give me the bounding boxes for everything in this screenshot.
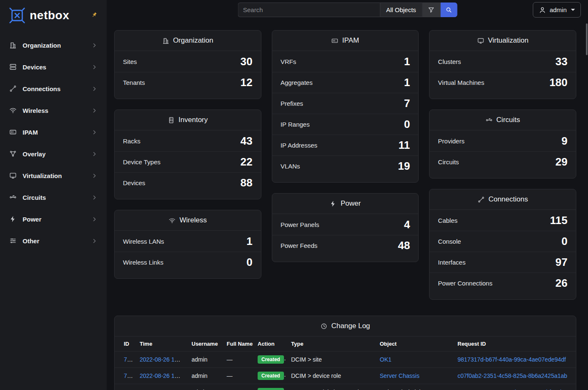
stat-label: Sites [123,58,137,65]
stat-row-vlans[interactable]: VLANs 19 [272,155,419,176]
object-type-dropdown[interactable]: All Objects [380,3,422,17]
search-input[interactable] [238,3,380,17]
stat-row-sites[interactable]: Sites 30 [115,51,261,72]
stat-row-ip-ranges[interactable]: IP Ranges 0 [272,114,419,135]
dashboard-column-2: IPAM VRFs 1 Aggregates 1 Prefixes 7 IP R… [272,30,419,300]
sidebar-item-label: IPAM [23,129,85,136]
stat-label: Circuits [438,158,459,166]
stat-label: IP Addresses [281,142,317,149]
sidebar-item-wireless[interactable]: Wireless [0,99,107,121]
sidebar-item-ipam[interactable]: IPAM [0,121,107,143]
stat-label: Device Types [123,158,161,166]
search-icon [445,6,453,13]
search-bar: All Objects [238,3,457,17]
counter-icon [9,128,17,136]
netbox-logo[interactable]: netbox [8,7,69,24]
topbar: All Objects admin [107,0,588,20]
scrollbar-thumb[interactable] [586,23,588,55]
sidebar-item-virtualization[interactable]: Virtualization [0,165,107,186]
stat-value: 1 [246,235,252,248]
stat-value: 180 [550,76,568,89]
stat-value: 0 [404,118,410,131]
scrollbar[interactable] [586,0,588,390]
user-menu-label: admin [550,6,567,13]
stat-row-console[interactable]: Console 0 [429,231,576,252]
stat-row-wireless-links[interactable]: Wireless Links 0 [115,252,261,273]
sidebar-item-organization[interactable]: Organization [0,34,107,56]
stat-row-providers[interactable]: Providers 9 [429,130,576,151]
changelog-time-link[interactable]: 2022-08-26 14:22 [140,356,186,363]
search-button[interactable] [440,3,457,17]
stat-row-ip-addresses[interactable]: IP Addresses 11 [272,135,419,155]
transit-connection-icon [9,194,17,201]
stat-value: 9 [562,135,568,148]
pin-icon[interactable] [91,12,97,18]
status-badge: Created [258,372,284,380]
changelog-time-link[interactable]: 2022-08-26 14:17 [140,372,186,379]
stat-row-power-feeds[interactable]: Power Feeds 48 [272,235,419,256]
stat-row-tenants[interactable]: Tenants 12 [115,72,261,93]
stat-row-power-connections[interactable]: Power Connections 26 [429,273,576,293]
chevron-right-icon [91,86,97,92]
stat-row-circuits[interactable]: Circuits 29 [429,151,576,172]
changelog-id-link[interactable]: 754 [124,372,133,379]
changelog-username: admin [187,368,222,384]
filter-button[interactable] [422,3,440,17]
stat-row-aggregates[interactable]: Aggregates 1 [272,72,419,93]
stat-row-device-types[interactable]: Device Types 22 [115,151,261,172]
stat-value: 30 [240,55,253,68]
stat-row-racks[interactable]: Racks 43 [115,130,261,151]
stat-value: 4 [404,218,410,231]
changelog-type: DCIM > module bay template [286,384,375,390]
stat-row-virtual-machines[interactable]: Virtual Machines 180 [429,72,576,93]
table-row: 754 2022-08-26 14:17 admin — Created DCI… [115,368,576,384]
sidebar-item-label: Overlay [23,150,85,158]
filter-icon [428,6,435,13]
card-title: Change Log [331,322,370,330]
sidebar: netbox Organization Devices [0,0,107,390]
changelog-full-name: — [222,384,253,390]
stat-value: 33 [555,55,568,68]
stat-row-clusters[interactable]: Clusters 33 [429,51,576,72]
graph-icon [9,150,17,158]
card-virtualization: Virtualization Clusters 33 Virtual Machi… [429,30,576,99]
stat-row-prefixes[interactable]: Prefixes 7 [272,93,419,114]
changelog-type: DCIM > device role [286,368,375,384]
sidebar-item-overlay[interactable]: Overlay [0,143,107,165]
changelog-object-link[interactable]: OK1 [380,356,391,363]
stat-value: 0 [246,256,252,269]
building-icon [9,41,17,49]
sidebar-item-other[interactable]: Other [0,230,107,252]
stat-label: Interfaces [438,259,465,266]
table-row: 755 2022-08-26 14:22 admin — Created DCI… [115,352,576,368]
stat-value: 26 [555,277,568,290]
cable-icon [478,196,485,203]
changelog-request-id-link[interactable]: 9817317d-b67f-440a-99ca-4ae07ede94df [458,356,566,363]
stat-row-power-panels[interactable]: Power Panels 4 [272,214,419,235]
person-icon [539,6,546,14]
sidebar-item-connections[interactable]: Connections [0,78,107,99]
column-header-full-name: Full Name [222,336,253,352]
card-wireless-header: Wireless [115,210,261,231]
stat-row-cables[interactable]: Cables 115 [429,210,576,231]
card-title: Power [340,199,360,208]
sidebar-item-circuits[interactable]: Circuits [0,186,107,208]
stat-value: 97 [555,256,568,269]
column-header-type: Type [286,336,375,352]
chevron-right-icon [91,216,97,222]
stat-row-devices[interactable]: Devices 88 [115,172,261,193]
stat-row-interfaces[interactable]: Interfaces 97 [429,252,576,273]
stat-row-wireless-lans[interactable]: Wireless LANs 1 [115,231,261,252]
column-header-object: Object [375,336,453,352]
changelog-object-link[interactable]: Server Chassis [380,372,419,379]
user-menu-button[interactable]: admin [533,2,581,18]
stat-value: 48 [398,239,410,252]
sidebar-item-devices[interactable]: Devices [0,56,107,78]
sidebar-item-power[interactable]: Power [0,208,107,230]
stat-label: Power Feeds [281,242,317,249]
card-connections: Connections Cables 115 Console 0 Interfa… [429,189,576,300]
card-title: Wireless [179,216,207,224]
changelog-request-id-link[interactable]: c07f0ab2-2351-4c58-825a-8b6a2425a1ab [458,372,567,379]
stat-row-vrfs[interactable]: VRFs 1 [272,51,419,72]
changelog-id-link[interactable]: 755 [124,356,133,363]
